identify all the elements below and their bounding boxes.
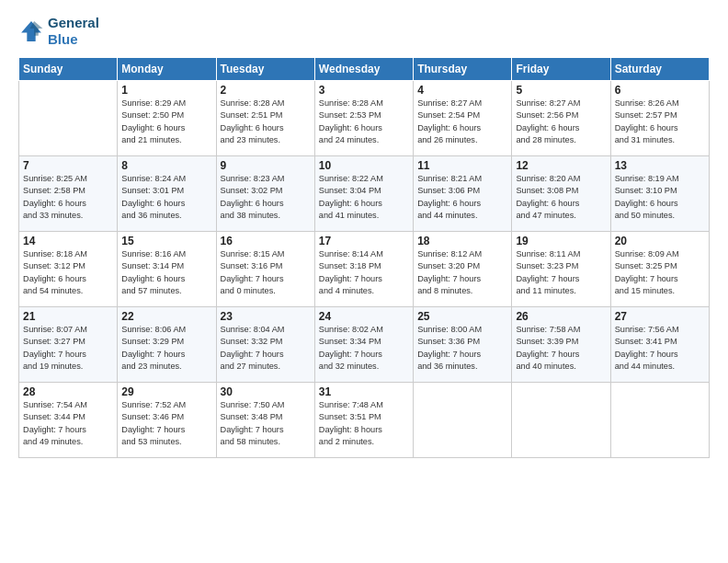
day-cell: 12Sunrise: 8:20 AMSunset: 3:08 PMDayligh… bbox=[512, 156, 610, 232]
day-number: 8 bbox=[121, 159, 211, 172]
logo-icon bbox=[18, 18, 44, 44]
day-info: Sunrise: 8:18 AMSunset: 3:12 PMDaylight:… bbox=[23, 248, 113, 297]
day-number: 22 bbox=[121, 310, 211, 323]
calendar-table: Sunday Monday Tuesday Wednesday Thursday… bbox=[18, 57, 710, 458]
day-number: 24 bbox=[319, 310, 409, 323]
week-row-3: 14Sunrise: 8:18 AMSunset: 3:12 PMDayligh… bbox=[19, 232, 710, 307]
day-info: Sunrise: 8:29 AMSunset: 2:50 PMDaylight:… bbox=[121, 98, 211, 146]
day-info: Sunrise: 8:26 AMSunset: 2:57 PMDaylight:… bbox=[615, 98, 705, 146]
logo-text: General Blue bbox=[48, 15, 99, 48]
day-info: Sunrise: 8:25 AMSunset: 2:58 PMDaylight:… bbox=[23, 173, 113, 222]
day-info: Sunrise: 8:19 AMSunset: 3:10 PMDaylight:… bbox=[615, 173, 705, 222]
day-cell: 16Sunrise: 8:15 AMSunset: 3:16 PMDayligh… bbox=[216, 232, 314, 307]
day-number: 9 bbox=[221, 159, 311, 172]
day-info: Sunrise: 8:06 AMSunset: 3:29 PMDaylight:… bbox=[121, 324, 211, 373]
day-info: Sunrise: 8:20 AMSunset: 3:08 PMDaylight:… bbox=[516, 173, 606, 222]
day-cell: 4Sunrise: 8:27 AMSunset: 2:54 PMDaylight… bbox=[414, 81, 512, 156]
day-number: 12 bbox=[516, 159, 606, 172]
day-cell: 10Sunrise: 8:22 AMSunset: 3:04 PMDayligh… bbox=[314, 156, 413, 232]
day-number: 7 bbox=[23, 159, 113, 172]
day-cell: 1Sunrise: 8:29 AMSunset: 2:50 PMDaylight… bbox=[118, 81, 216, 156]
day-cell: 24Sunrise: 8:02 AMSunset: 3:34 PMDayligh… bbox=[314, 307, 413, 383]
day-cell bbox=[19, 81, 118, 156]
day-cell: 8Sunrise: 8:24 AMSunset: 3:01 PMDaylight… bbox=[118, 156, 216, 232]
weekday-header-row: Sunday Monday Tuesday Wednesday Thursday… bbox=[19, 58, 710, 81]
day-cell: 9Sunrise: 8:23 AMSunset: 3:02 PMDaylight… bbox=[216, 156, 314, 232]
day-number: 14 bbox=[23, 235, 113, 247]
day-info: Sunrise: 8:28 AMSunset: 2:53 PMDaylight:… bbox=[319, 98, 409, 146]
day-number: 18 bbox=[417, 235, 507, 247]
day-info: Sunrise: 8:16 AMSunset: 3:14 PMDaylight:… bbox=[121, 248, 211, 297]
week-row-1: 1Sunrise: 8:29 AMSunset: 2:50 PMDaylight… bbox=[19, 81, 710, 156]
day-info: Sunrise: 8:28 AMSunset: 2:51 PMDaylight:… bbox=[221, 98, 311, 146]
day-cell: 5Sunrise: 8:27 AMSunset: 2:56 PMDaylight… bbox=[512, 81, 610, 156]
header-wednesday: Wednesday bbox=[314, 58, 413, 81]
day-cell: 25Sunrise: 8:00 AMSunset: 3:36 PMDayligh… bbox=[414, 307, 512, 383]
day-info: Sunrise: 8:22 AMSunset: 3:04 PMDaylight:… bbox=[319, 173, 409, 222]
day-cell: 15Sunrise: 8:16 AMSunset: 3:14 PMDayligh… bbox=[118, 232, 216, 307]
day-cell: 23Sunrise: 8:04 AMSunset: 3:32 PMDayligh… bbox=[216, 307, 314, 383]
day-cell: 11Sunrise: 8:21 AMSunset: 3:06 PMDayligh… bbox=[414, 156, 512, 232]
day-cell: 22Sunrise: 8:06 AMSunset: 3:29 PMDayligh… bbox=[118, 307, 216, 383]
day-info: Sunrise: 8:02 AMSunset: 3:34 PMDaylight:… bbox=[319, 324, 409, 373]
day-info: Sunrise: 7:54 AMSunset: 3:44 PMDaylight:… bbox=[23, 399, 113, 448]
day-cell: 2Sunrise: 8:28 AMSunset: 2:51 PMDaylight… bbox=[216, 81, 314, 156]
day-info: Sunrise: 8:09 AMSunset: 3:25 PMDaylight:… bbox=[615, 248, 705, 297]
day-info: Sunrise: 8:27 AMSunset: 2:54 PMDaylight:… bbox=[417, 98, 507, 146]
day-number: 16 bbox=[221, 235, 311, 247]
day-info: Sunrise: 7:50 AMSunset: 3:48 PMDaylight:… bbox=[221, 399, 311, 448]
day-info: Sunrise: 7:58 AMSunset: 3:39 PMDaylight:… bbox=[516, 324, 606, 373]
header-tuesday: Tuesday bbox=[216, 58, 314, 81]
header-monday: Monday bbox=[118, 58, 216, 81]
day-number: 5 bbox=[516, 84, 606, 97]
day-number: 13 bbox=[615, 159, 705, 172]
header-sunday: Sunday bbox=[19, 58, 118, 81]
day-cell bbox=[414, 383, 512, 458]
day-number: 26 bbox=[516, 310, 606, 323]
day-info: Sunrise: 8:21 AMSunset: 3:06 PMDaylight:… bbox=[417, 173, 507, 222]
day-cell: 17Sunrise: 8:14 AMSunset: 3:18 PMDayligh… bbox=[314, 232, 413, 307]
day-info: Sunrise: 8:27 AMSunset: 2:56 PMDaylight:… bbox=[516, 98, 606, 146]
day-number: 29 bbox=[121, 385, 211, 398]
day-cell: 30Sunrise: 7:50 AMSunset: 3:48 PMDayligh… bbox=[216, 383, 314, 458]
day-cell: 19Sunrise: 8:11 AMSunset: 3:23 PMDayligh… bbox=[512, 232, 610, 307]
day-cell: 27Sunrise: 7:56 AMSunset: 3:41 PMDayligh… bbox=[610, 307, 709, 383]
day-number: 28 bbox=[23, 385, 113, 398]
day-info: Sunrise: 8:07 AMSunset: 3:27 PMDaylight:… bbox=[23, 324, 113, 373]
day-number: 17 bbox=[319, 235, 409, 247]
day-number: 4 bbox=[417, 84, 507, 97]
day-info: Sunrise: 7:48 AMSunset: 3:51 PMDaylight:… bbox=[319, 399, 409, 448]
day-cell: 26Sunrise: 7:58 AMSunset: 3:39 PMDayligh… bbox=[512, 307, 610, 383]
week-row-5: 28Sunrise: 7:54 AMSunset: 3:44 PMDayligh… bbox=[19, 383, 710, 458]
day-number: 19 bbox=[516, 235, 606, 247]
day-cell: 21Sunrise: 8:07 AMSunset: 3:27 PMDayligh… bbox=[19, 307, 118, 383]
header-saturday: Saturday bbox=[610, 58, 709, 81]
day-info: Sunrise: 8:24 AMSunset: 3:01 PMDaylight:… bbox=[121, 173, 211, 222]
day-number: 2 bbox=[221, 84, 311, 97]
day-info: Sunrise: 7:52 AMSunset: 3:46 PMDaylight:… bbox=[121, 399, 211, 448]
day-number: 15 bbox=[121, 235, 211, 247]
week-row-2: 7Sunrise: 8:25 AMSunset: 2:58 PMDaylight… bbox=[19, 156, 710, 232]
day-number: 27 bbox=[615, 310, 705, 323]
week-row-4: 21Sunrise: 8:07 AMSunset: 3:27 PMDayligh… bbox=[19, 307, 710, 383]
day-cell: 28Sunrise: 7:54 AMSunset: 3:44 PMDayligh… bbox=[19, 383, 118, 458]
day-cell: 6Sunrise: 8:26 AMSunset: 2:57 PMDaylight… bbox=[610, 81, 709, 156]
day-info: Sunrise: 8:04 AMSunset: 3:32 PMDaylight:… bbox=[221, 324, 311, 373]
day-cell: 3Sunrise: 8:28 AMSunset: 2:53 PMDaylight… bbox=[314, 81, 413, 156]
day-cell bbox=[512, 383, 610, 458]
logo: General Blue bbox=[18, 15, 99, 48]
day-number: 1 bbox=[121, 84, 211, 97]
day-number: 30 bbox=[221, 385, 311, 398]
header-thursday: Thursday bbox=[414, 58, 512, 81]
day-cell: 18Sunrise: 8:12 AMSunset: 3:20 PMDayligh… bbox=[414, 232, 512, 307]
day-number: 11 bbox=[417, 159, 507, 172]
day-info: Sunrise: 8:12 AMSunset: 3:20 PMDaylight:… bbox=[417, 248, 507, 297]
day-info: Sunrise: 8:11 AMSunset: 3:23 PMDaylight:… bbox=[516, 248, 606, 297]
day-info: Sunrise: 8:14 AMSunset: 3:18 PMDaylight:… bbox=[319, 248, 409, 297]
day-info: Sunrise: 8:23 AMSunset: 3:02 PMDaylight:… bbox=[221, 173, 311, 222]
day-cell: 31Sunrise: 7:48 AMSunset: 3:51 PMDayligh… bbox=[314, 383, 413, 458]
day-number: 21 bbox=[23, 310, 113, 323]
day-cell bbox=[610, 383, 709, 458]
day-number: 6 bbox=[615, 84, 705, 97]
day-info: Sunrise: 7:56 AMSunset: 3:41 PMDaylight:… bbox=[615, 324, 705, 373]
